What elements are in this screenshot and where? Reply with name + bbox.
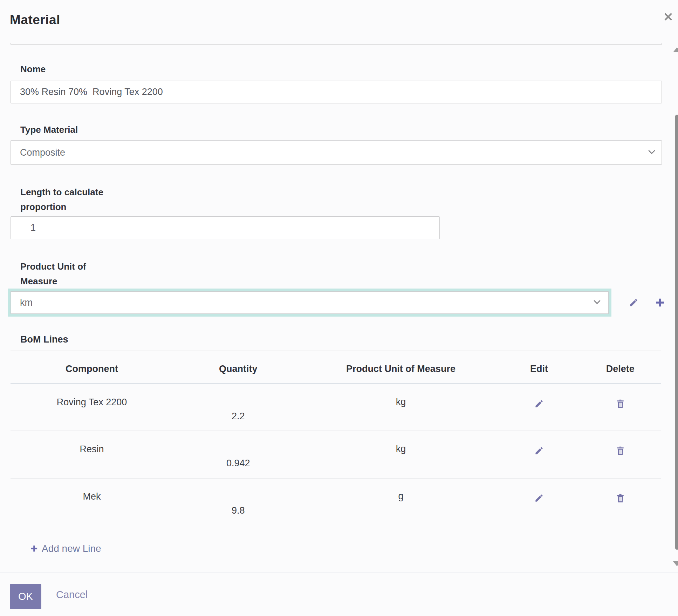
- type-material-value: Composite: [20, 147, 65, 158]
- product-uom-focus-ring: km: [8, 289, 611, 317]
- length-input[interactable]: [11, 216, 440, 239]
- type-material-label: Type Material: [20, 124, 662, 135]
- product-uom-value: km: [20, 297, 33, 308]
- close-icon[interactable]: [663, 12, 673, 22]
- cell-uom: kg: [303, 431, 498, 478]
- row-delete-trash-icon[interactable]: [616, 400, 625, 411]
- add-new-line-label: Add new Line: [42, 543, 101, 554]
- cell-delete: [580, 478, 661, 526]
- cell-component: Mek: [11, 478, 173, 526]
- product-uom-label: Product Unit of Measure: [20, 259, 103, 289]
- dialog-title: Material: [10, 13, 60, 27]
- cell-delete: [580, 384, 661, 431]
- bom-lines-label: BoM Lines: [20, 334, 662, 345]
- dialog-body: Nome Type Material Composite Length to c…: [0, 43, 678, 573]
- plus-icon: [30, 544, 38, 553]
- cell-edit: [498, 384, 580, 431]
- row-delete-trash-icon[interactable]: [616, 494, 625, 505]
- col-header-delete: Delete: [580, 351, 661, 384]
- ok-button[interactable]: OK: [10, 584, 41, 609]
- cell-uom: g: [303, 478, 498, 526]
- cell-quantity: 2.2: [173, 384, 303, 431]
- product-uom-select[interactable]: km: [11, 291, 609, 314]
- row-delete-trash-icon[interactable]: [616, 447, 625, 458]
- row-edit-pencil-icon[interactable]: [534, 400, 544, 411]
- bom-header-row: Component Quantity Product Unit of Measu…: [11, 351, 661, 384]
- col-header-quantity: Quantity: [173, 351, 303, 384]
- cancel-button[interactable]: Cancel: [56, 589, 88, 601]
- product-uom-row: km: [11, 289, 662, 317]
- type-material-select[interactable]: Composite: [11, 140, 662, 165]
- scrollbar-up-arrow[interactable]: [673, 47, 678, 52]
- dialog-footer: OK Cancel: [0, 573, 678, 616]
- nome-label: Nome: [20, 64, 662, 74]
- add-uom-plus-icon[interactable]: [655, 297, 665, 308]
- cell-component: Resin: [11, 431, 173, 478]
- col-header-edit: Edit: [498, 351, 580, 384]
- edit-uom-pencil-icon[interactable]: [629, 298, 638, 307]
- bom-table: Component Quantity Product Unit of Measu…: [11, 351, 661, 526]
- cell-quantity: 0.942: [173, 431, 303, 478]
- table-row: Resin 0.942 kg: [11, 431, 661, 478]
- table-row: Roving Tex 2200 2.2 kg: [11, 384, 661, 431]
- table-row: Mek 9.8 g: [11, 478, 661, 526]
- cell-edit: [498, 478, 580, 526]
- dialog-header: Material: [0, 0, 678, 43]
- row-edit-pencil-icon[interactable]: [534, 494, 544, 505]
- cell-component: Roving Tex 2200: [11, 384, 173, 431]
- cell-quantity: 9.8: [173, 478, 303, 526]
- cell-edit: [498, 431, 580, 478]
- cell-uom: kg: [303, 384, 498, 431]
- nome-input[interactable]: [11, 81, 662, 103]
- row-edit-pencil-icon[interactable]: [534, 447, 544, 458]
- chevron-down-icon: [646, 146, 657, 159]
- add-new-line-button[interactable]: Add new Line: [30, 543, 101, 554]
- col-header-uom: Product Unit of Measure: [303, 351, 498, 384]
- product-uom-actions: [620, 289, 662, 317]
- cell-delete: [580, 431, 661, 478]
- material-dialog: Material Nome Type Material Composite Le…: [0, 0, 678, 616]
- scrollbar-down-arrow[interactable]: [673, 561, 678, 566]
- length-label: Length to calculate proportion: [20, 185, 118, 214]
- scrollbar-thumb[interactable]: [675, 115, 678, 550]
- chevron-down-icon: [591, 296, 603, 309]
- col-header-component: Component: [11, 351, 173, 384]
